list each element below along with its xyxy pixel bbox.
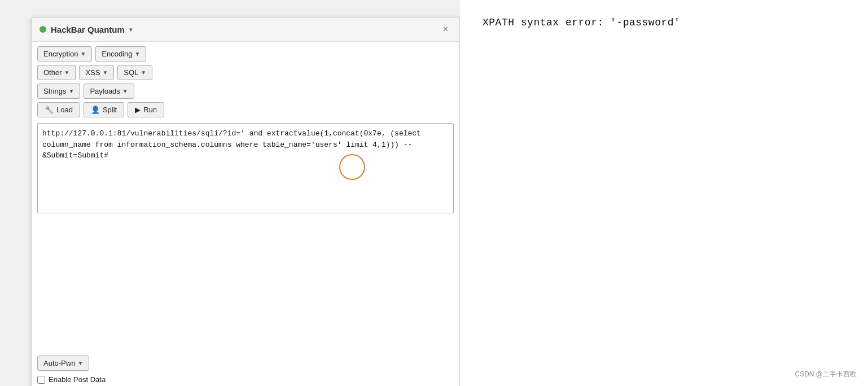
sql-button[interactable]: SQL ▼ [117, 65, 152, 80]
code-area-container [37, 123, 454, 348]
enable-post-data-row: Enable Post Data [37, 375, 454, 384]
encryption-label: Encryption [43, 50, 78, 58]
encoding-button[interactable]: Encoding ▼ [95, 46, 146, 62]
toolbar-row-3: Strings ▼ Payloads ▼ [37, 84, 454, 99]
title-dropdown-arrow[interactable]: ▾ [129, 26, 133, 33]
other-arrow: ▼ [64, 69, 70, 76]
action-row: 🔧 Load 👤 Split ▶ Run [37, 102, 454, 117]
run-button[interactable]: ▶ Run [128, 102, 164, 117]
encryption-arrow: ▼ [80, 51, 86, 57]
auto-pwn-arrow: ▼ [77, 360, 83, 366]
toolbar-row-1: Encryption ▼ Encoding ▼ [37, 46, 454, 62]
error-message: XPATH syntax error: '-password' [483, 17, 857, 28]
close-button[interactable]: × [440, 23, 451, 36]
xss-button[interactable]: XSS ▼ [79, 65, 114, 80]
load-label: Load [56, 106, 73, 114]
split-icon: 👤 [91, 106, 100, 114]
code-textarea[interactable] [37, 123, 454, 213]
titlebar: HackBar Quantum ▾ × [32, 17, 459, 42]
hackbar-panel: HackBar Quantum ▾ × Encryption ▼ Encodin… [31, 17, 460, 386]
run-label: Run [143, 106, 157, 114]
bottom-section: Auto-Pwn ▼ Enable Post Data Enable Refer… [32, 352, 459, 386]
right-panel: XPATH syntax error: '-password' [460, 0, 868, 386]
strings-label: Strings [43, 87, 66, 95]
other-label: Other [43, 68, 62, 77]
split-button[interactable]: 👤 Split [84, 102, 124, 117]
encoding-arrow: ▼ [135, 51, 141, 57]
xss-label: XSS [85, 68, 100, 77]
load-button[interactable]: 🔧 Load [37, 102, 80, 117]
encryption-button[interactable]: Encryption ▼ [37, 46, 92, 62]
sql-arrow: ▼ [141, 69, 146, 76]
other-button[interactable]: Other ▼ [37, 65, 76, 80]
app-title: HackBar Quantum [51, 25, 125, 34]
encoding-label: Encoding [102, 50, 132, 58]
auto-pwn-button[interactable]: Auto-Pwn ▼ [37, 356, 89, 371]
payloads-label: Payloads [90, 87, 120, 95]
enable-post-data-checkbox[interactable] [37, 376, 45, 384]
run-icon: ▶ [135, 106, 141, 114]
strings-arrow: ▼ [68, 88, 74, 94]
toolbar-row-2: Other ▼ XSS ▼ SQL ▼ [37, 65, 454, 80]
payloads-arrow: ▼ [122, 88, 128, 94]
split-label: Split [103, 106, 117, 114]
sql-label: SQL [124, 68, 138, 77]
titlebar-left: HackBar Quantum ▾ [40, 25, 133, 34]
toolbar: Encryption ▼ Encoding ▼ Other ▼ XSS ▼ SQ… [32, 42, 459, 123]
payloads-button[interactable]: Payloads ▼ [84, 84, 134, 99]
auto-pwn-label: Auto-Pwn [43, 359, 75, 367]
xss-arrow: ▼ [102, 69, 108, 76]
auto-pwn-row: Auto-Pwn ▼ [37, 356, 454, 371]
load-icon: 🔧 [45, 106, 54, 114]
status-dot [40, 26, 46, 33]
enable-post-data-label: Enable Post Data [49, 375, 106, 384]
watermark: CSDN @二手卡西欧 [795, 370, 857, 379]
strings-button[interactable]: Strings ▼ [37, 84, 80, 99]
